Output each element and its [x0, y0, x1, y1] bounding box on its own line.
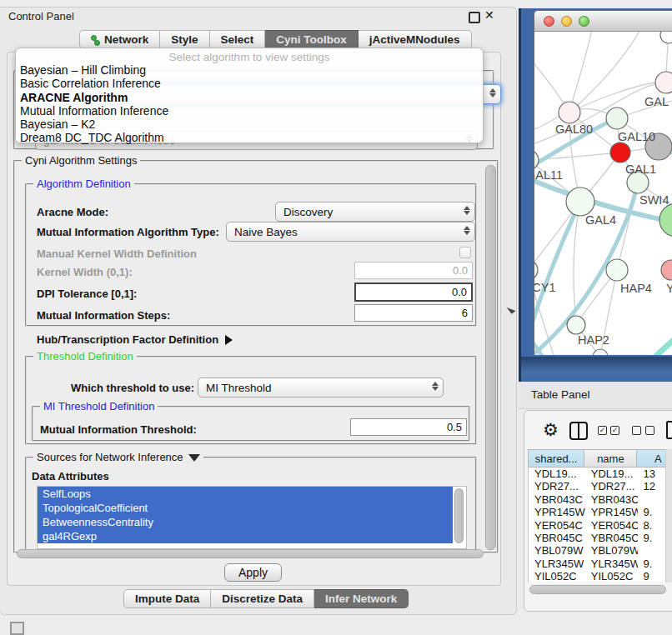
table-row[interactable]: YER054CYER054C8. [529, 519, 672, 532]
attribute-list-item[interactable]: BetweennessCentrality [38, 515, 453, 529]
node-label: HAP4 [620, 282, 652, 295]
network-edge[interactable] [569, 32, 593, 112]
algorithm-option[interactable]: Bayesian – Hill Climbing [16, 63, 483, 77]
table-horizontal-scrollbar[interactable] [529, 585, 666, 594]
mi-steps-field[interactable]: 6 [354, 304, 473, 322]
table-cell: YDR27... [585, 480, 638, 492]
table-row[interactable]: YDR27...YDR27...12 [529, 480, 672, 492]
attribute-list-item[interactable]: SelfLoops [38, 487, 453, 501]
data-attributes-label: Data Attributes [32, 470, 109, 482]
algorithm-dropdown-popup: Select algorithm to view settings Bayesi… [15, 48, 484, 143]
dpi-tolerance-field[interactable]: 0.0 [354, 282, 473, 302]
algorithm-option[interactable]: ARACNE Algorithm [16, 91, 483, 104]
network-window-titlebar [534, 11, 672, 32]
network-canvas[interactable]: GALGAL80GAL10GAL1GAL11SWI4GAL4GCY1HAP4YH… [534, 32, 672, 355]
mi-threshold-field[interactable]: 0.5 [350, 418, 467, 436]
checked-checkbox-icon-2[interactable]: ✓ [610, 426, 619, 435]
expand-right-icon [225, 335, 233, 345]
hub-definition-label[interactable]: Hub/Transcription Factor Definition [37, 333, 233, 346]
table-cell: YDL19... [529, 468, 585, 480]
network-node[interactable] [659, 203, 672, 237]
network-node-hap2[interactable] [567, 316, 585, 334]
algorithm-option[interactable]: Mutual Information Inference [16, 104, 483, 118]
control-panel-title: Control Panel [8, 10, 74, 22]
network-window: GALGAL80GAL10GAL1GAL11SWI4GAL4GCY1HAP4YH… [534, 10, 672, 355]
minimize-traffic-light-icon[interactable] [561, 16, 572, 27]
network-node-gal1[interactable] [610, 142, 630, 162]
algorithm-option[interactable]: Basic Correlation Inference [16, 77, 483, 90]
table-row[interactable]: YPR145WYPR145W9. [529, 506, 672, 518]
table-body: YDL19...YDL19...13YDR27...YDR27...12YBR0… [528, 468, 672, 582]
network-node-gal[interactable] [655, 72, 672, 93]
table-cell: YER054C [585, 519, 638, 532]
network-node-gal10[interactable] [606, 108, 628, 129]
table-row[interactable]: YBR045CYBR045C9. [529, 532, 672, 544]
table-panel-titlebar: Table Panel [519, 382, 672, 409]
mi-steps-label: Mutual Information Steps: [37, 309, 170, 322]
cyni-algorithm-settings-title: Cyni Algorithm Settings [22, 154, 140, 167]
network-node-y[interactable] [661, 260, 672, 280]
table-vertical-scrollbar[interactable] [665, 449, 672, 582]
node-label: GAL [644, 95, 669, 108]
table-settings-button[interactable]: ⚙ [543, 422, 559, 439]
tab-discretize-data[interactable]: Discretize Data [211, 589, 314, 608]
node-label: GAL10 [618, 130, 655, 143]
float-panel-icon[interactable] [469, 12, 480, 23]
dock-panel-icon[interactable] [10, 622, 24, 635]
tab-infer-network[interactable]: Infer Network [314, 589, 409, 608]
table-row[interactable]: YBR043CYBR043C [529, 493, 672, 506]
tab-select[interactable]: Select [210, 30, 266, 49]
tab-network[interactable]: Network [79, 30, 160, 49]
settings-vertical-scrollbar[interactable] [485, 165, 496, 550]
network-node-gal4[interactable] [566, 188, 594, 216]
close-traffic-light-icon[interactable] [544, 16, 554, 27]
tab-style[interactable]: Style [160, 30, 209, 49]
mi-algorithm-type-combo[interactable]: Naive Bayes [226, 222, 475, 242]
unchecked-checkbox-icon-1[interactable] [632, 426, 641, 435]
algorithm-option[interactable]: Dream8 DC_TDC Algorithm [16, 131, 483, 144]
unchecked-checkbox-icon-2[interactable] [645, 426, 654, 435]
aracne-mode-combo[interactable]: Discovery [275, 202, 475, 222]
network-node-gcy1[interactable] [534, 260, 538, 280]
algorithm-option[interactable]: Bayesian – K2 [16, 118, 483, 131]
close-icon[interactable]: ✕ [484, 8, 494, 22]
document-icon[interactable] [666, 421, 672, 439]
table-cell: YBR043C [529, 493, 585, 506]
tab-impute-data[interactable]: Impute Data [123, 589, 211, 608]
attributes-list-scrollbar[interactable] [454, 488, 464, 543]
apply-button[interactable]: Apply [224, 563, 282, 582]
sources-group-title[interactable]: Sources for Network Inference [33, 451, 203, 463]
zoom-traffic-light-icon[interactable] [579, 16, 589, 27]
manual-kernel-width-checkbox[interactable] [459, 247, 471, 258]
tab-cyni-toolbox[interactable]: Cyni Toolbox [265, 30, 359, 49]
table-cell: YIL052C [585, 570, 638, 582]
aracne-mode-label: Aracne Mode: [37, 206, 108, 218]
network-node-gal80[interactable] [559, 102, 580, 123]
kernel-width-field[interactable]: 0.0 [354, 262, 473, 279]
mi-algorithm-type-value: Naive Bayes [234, 226, 298, 238]
network-edge[interactable] [633, 307, 672, 355]
aracne-mode-value: Discovery [283, 206, 333, 218]
control-panel-tabs: NetworkStyleSelectCyni ToolboxjActiveMNo… [79, 30, 472, 49]
manual-kernel-width-label: Manual Kernel Width Definition [37, 248, 197, 260]
node-label: HAP2 [578, 333, 609, 347]
attribute-list-item[interactable]: TopologicalCoefficient [38, 501, 453, 515]
network-node[interactable] [660, 32, 672, 43]
settings-horizontal-scrollbar[interactable] [17, 549, 484, 558]
tab-jactivemnodules[interactable]: jActiveMNodules [359, 30, 472, 49]
column-layout-button[interactable] [569, 422, 588, 440]
table-cell: YER054C [529, 519, 585, 532]
table-row[interactable]: YLR345WYLR345W9. [529, 558, 672, 570]
which-threshold-combo[interactable]: MI Threshold [198, 378, 444, 398]
column-header[interactable]: name [584, 449, 637, 468]
table-row[interactable]: YBL079WYBL079W [529, 544, 672, 557]
attribute-list-item[interactable]: gal4RGexp [38, 529, 453, 543]
network-node-hap4[interactable] [606, 259, 628, 281]
node-label: GAL80 [555, 122, 593, 136]
which-threshold-label: Which threshold to use: [71, 382, 194, 394]
data-attributes-list[interactable]: SelfLoopsTopologicalCoefficientBetweenne… [37, 486, 467, 549]
table-row[interactable]: YIL052CYIL052C9 [529, 570, 672, 582]
checked-checkbox-icon-1[interactable]: ✓ [598, 426, 607, 435]
table-row[interactable]: YDL19...YDL19...13 [529, 468, 672, 480]
column-header[interactable]: shared... [528, 449, 584, 468]
